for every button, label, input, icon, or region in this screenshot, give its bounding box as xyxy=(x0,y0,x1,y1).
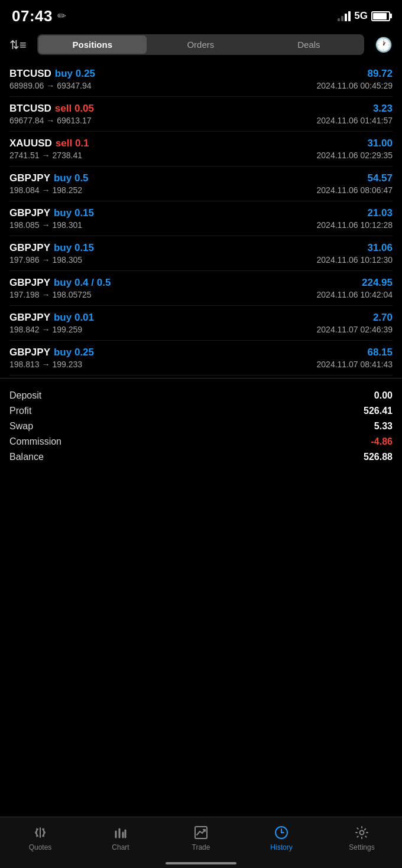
trade-datetime: 2024.11.06 10:12:30 xyxy=(317,255,393,265)
signal-bar-1 xyxy=(338,18,340,21)
status-time: 07:43 xyxy=(12,7,53,25)
trade-profit: 31.06 xyxy=(367,242,393,254)
trade-icon xyxy=(193,824,209,841)
tab-orders[interactable]: Orders xyxy=(147,35,255,54)
trade-action: buy 0.4 / 0.5 xyxy=(54,277,111,289)
clock-icon[interactable]: 🕐 xyxy=(375,37,393,53)
trade-prices: 197.198 → 198.05725 xyxy=(9,290,92,299)
trade-profit: 68.15 xyxy=(367,347,393,358)
network-type: 5G xyxy=(354,10,368,22)
commission-label: Commission xyxy=(9,436,61,447)
summary-deposit-row: Deposit 0.00 xyxy=(9,388,393,403)
trade-action: buy 0.15 xyxy=(54,242,94,254)
trade-pair: GBPJPY xyxy=(9,312,50,324)
status-icons: 5G xyxy=(338,10,390,22)
trade-prices: 198.084 → 198.252 xyxy=(9,185,82,195)
quotes-icon xyxy=(32,824,48,841)
nav-item-trade[interactable]: Trade xyxy=(177,824,225,851)
balance-label: Balance xyxy=(9,452,44,462)
trade-prices: 198.842 → 199.259 xyxy=(9,325,82,334)
trade-action: sell 0.1 xyxy=(56,138,89,149)
trade-list: BTCUSD buy 0.25 89.72 68989.06 → 69347.9… xyxy=(0,62,402,376)
trade-profit: 21.03 xyxy=(367,207,393,219)
nav-item-settings[interactable]: Settings xyxy=(338,824,385,851)
trade-item[interactable]: GBPJPY buy 0.15 31.06 197.986 → 198.305 … xyxy=(9,236,393,271)
summary-section: Deposit 0.00 Profit 526.41 Swap 5.33 Com… xyxy=(0,378,402,469)
quotes-label: Quotes xyxy=(29,843,52,851)
trade-profit: 3.23 xyxy=(373,103,393,115)
history-label: History xyxy=(270,843,292,851)
trade-prices: 68989.06 → 69347.94 xyxy=(9,81,92,90)
trade-profit: 2.70 xyxy=(373,312,393,324)
trade-item[interactable]: GBPJPY buy 0.5 54.57 198.084 → 198.252 2… xyxy=(9,167,393,201)
commission-value: -4.86 xyxy=(371,436,393,447)
tab-positions[interactable]: Positions xyxy=(38,35,147,54)
trade-pair: GBPJPY xyxy=(9,207,50,219)
nav-item-quotes[interactable]: Quotes xyxy=(17,824,64,851)
trade-item[interactable]: GBPJPY buy 0.15 21.03 198.085 → 198.301 … xyxy=(9,201,393,236)
trade-pair: BTCUSD xyxy=(9,68,51,80)
deposit-value: 0.00 xyxy=(374,390,393,401)
trade-prices: 69677.84 → 69613.17 xyxy=(9,116,92,125)
signal-bars xyxy=(338,11,351,21)
trade-pair: GBPJPY xyxy=(9,172,50,184)
settings-icon xyxy=(354,824,370,841)
trade-action: sell 0.05 xyxy=(55,103,94,115)
trade-item[interactable]: GBPJPY buy 0.25 68.15 198.813 → 199.233 … xyxy=(9,341,393,376)
trade-profit: 224.95 xyxy=(362,277,393,289)
trade-datetime: 2024.11.07 02:46:39 xyxy=(317,325,393,334)
bottom-nav: Quotes Chart Trade History Setti xyxy=(0,817,402,868)
trade-action: buy 0.25 xyxy=(55,68,95,80)
trade-pair: GBPJPY xyxy=(9,277,50,289)
trade-prices: 198.813 → 199.233 xyxy=(9,360,82,369)
trade-item[interactable]: XAUUSD sell 0.1 31.00 2741.51 → 2738.41 … xyxy=(9,132,393,167)
trade-datetime: 2024.11.06 00:45:29 xyxy=(317,81,393,90)
spacer xyxy=(0,469,402,588)
trade-action: buy 0.01 xyxy=(54,312,94,324)
trade-datetime: 2024.11.06 02:29:35 xyxy=(317,151,393,160)
trade-item[interactable]: GBPJPY buy 0.4 / 0.5 224.95 197.198 → 19… xyxy=(9,271,393,306)
trade-pair: GBPJPY xyxy=(9,242,50,254)
trade-profit: 54.57 xyxy=(367,172,393,184)
signal-bar-4 xyxy=(348,11,351,21)
battery-icon xyxy=(371,11,390,21)
settings-label: Settings xyxy=(349,843,374,851)
nav-item-chart[interactable]: Chart xyxy=(97,824,144,851)
signal-bar-2 xyxy=(341,16,343,21)
status-bar: 07:43 ✏ 5G xyxy=(0,0,402,30)
trade-datetime: 2024.11.07 08:41:43 xyxy=(317,360,393,369)
tab-deals[interactable]: Deals xyxy=(255,35,363,54)
svg-point-9 xyxy=(360,831,364,835)
summary-balance-row: Balance 526.88 xyxy=(9,449,393,465)
trade-pair: XAUUSD xyxy=(9,138,52,149)
swap-label: Swap xyxy=(9,421,33,432)
trade-action: buy 0.25 xyxy=(54,347,94,358)
sort-icon[interactable]: ⇅≡ xyxy=(9,38,27,52)
trade-datetime: 2024.11.06 10:12:28 xyxy=(317,220,393,230)
nav-item-history[interactable]: History xyxy=(258,824,305,851)
trade-profit: 31.00 xyxy=(367,138,393,149)
trade-prices: 198.085 → 198.301 xyxy=(9,220,82,230)
trade-item[interactable]: GBPJPY buy 0.01 2.70 198.842 → 199.259 2… xyxy=(9,306,393,341)
trade-action: buy 0.5 xyxy=(54,172,89,184)
home-indicator xyxy=(166,862,236,864)
trade-item[interactable]: BTCUSD sell 0.05 3.23 69677.84 → 69613.1… xyxy=(9,97,393,132)
edit-icon: ✏ xyxy=(57,9,66,22)
trade-datetime: 2024.11.06 08:06:47 xyxy=(317,185,393,195)
summary-swap-row: Swap 5.33 xyxy=(9,419,393,434)
battery-fill xyxy=(373,13,387,19)
profit-label: Profit xyxy=(9,406,31,416)
trade-prices: 197.986 → 198.305 xyxy=(9,255,82,265)
trade-prices: 2741.51 → 2738.41 xyxy=(9,151,82,160)
chart-label: Chart xyxy=(112,843,129,851)
trade-item[interactable]: BTCUSD buy 0.25 89.72 68989.06 → 69347.9… xyxy=(9,62,393,97)
deposit-label: Deposit xyxy=(9,390,41,401)
nav-bar: ⇅≡ Positions Orders Deals 🕐 xyxy=(0,30,402,62)
trade-datetime: 2024.11.06 10:42:04 xyxy=(317,290,393,299)
nav-tabs: Positions Orders Deals xyxy=(37,34,364,55)
balance-value: 526.88 xyxy=(364,452,393,462)
trade-pair: GBPJPY xyxy=(9,347,50,358)
chart-icon xyxy=(112,824,129,841)
summary-profit-row: Profit 526.41 xyxy=(9,403,393,419)
profit-value: 526.41 xyxy=(364,406,393,416)
